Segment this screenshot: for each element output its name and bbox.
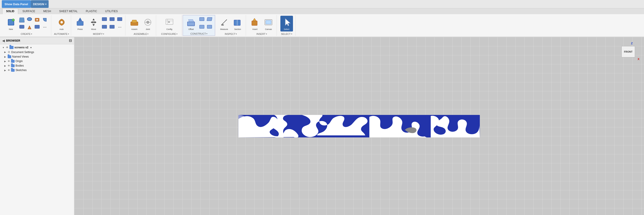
browser-collapse-button[interactable]: ◀ xyxy=(2,39,5,42)
tab-surface[interactable]: SURFACE xyxy=(19,8,39,14)
origin-arrow: ▶ xyxy=(4,60,7,63)
tab-solid[interactable]: SOLID xyxy=(2,8,18,14)
toolbar-ribbon: + New xyxy=(0,14,644,37)
assemble-arrow: ▾ xyxy=(148,33,148,35)
chamfer-icon xyxy=(110,17,114,21)
model-svg xyxy=(226,115,492,138)
midplane-button[interactable] xyxy=(198,16,206,24)
tab-plastic[interactable]: PLASTIC xyxy=(82,8,101,14)
revolve-button[interactable] xyxy=(26,16,33,24)
svg-point-5 xyxy=(93,21,94,23)
more-modify-button[interactable]: ⋯ xyxy=(116,24,123,31)
tree-item-named-views[interactable]: ▶ Named Views xyxy=(0,54,74,59)
main-area: ◀ BROWSER ⊟ ▼ 👁 screens v2 ● ▶ ⚙ Documen… xyxy=(0,37,644,215)
tab-sheet-metal[interactable]: SHEET METAL xyxy=(55,8,82,14)
origin-eye-icon: 👁 xyxy=(8,60,10,62)
offset-plane-button[interactable]: Offset xyxy=(185,16,197,32)
tree-item-document-settings[interactable]: ▶ ⚙ Document Settings xyxy=(0,50,74,54)
tree-item-origin[interactable]: ▶ 👁 Origin xyxy=(0,59,74,64)
canvas-button[interactable]: Canvas xyxy=(262,16,275,32)
named-views-label: Named Views xyxy=(12,55,29,58)
assemble-icons: Assem Joint xyxy=(128,16,154,32)
revolve-icon xyxy=(27,17,32,21)
tree-item-root[interactable]: ▼ 👁 screens v2 ● xyxy=(0,45,74,50)
tab-mesh[interactable]: MESH xyxy=(40,8,55,14)
create-label: CREATE ▾ xyxy=(21,32,32,35)
ribbon-group-modify: Press Move xyxy=(72,15,125,36)
tab-utilities[interactable]: UTILITIES xyxy=(101,8,122,14)
hole-button[interactable] xyxy=(34,16,41,24)
more-create-button[interactable]: ⋯ xyxy=(41,24,48,31)
insert-icon xyxy=(250,17,260,28)
view-cube[interactable]: Z FRONT X xyxy=(619,42,640,62)
loft-button[interactable] xyxy=(26,24,33,31)
create-new-component-button[interactable]: + New xyxy=(5,16,17,32)
sketches-arrow: ▶ xyxy=(4,68,7,72)
viewport[interactable]: Z FRONT X xyxy=(74,37,644,215)
fillet-button[interactable] xyxy=(41,16,48,24)
configure-button[interactable]: Config xyxy=(163,16,176,32)
browser-options-button[interactable]: ⊟ xyxy=(69,38,72,43)
canvas-icon xyxy=(264,17,273,28)
offset-plane-icon xyxy=(186,17,196,28)
create-arrow: ▾ xyxy=(31,33,32,35)
midplane-icon xyxy=(199,17,204,21)
shell-button[interactable] xyxy=(116,16,123,24)
press-pull-button[interactable]: Press xyxy=(74,16,86,32)
browser-content: ▼ 👁 screens v2 ● ▶ ⚙ Document Settings ▶ xyxy=(0,44,74,215)
scale-button[interactable] xyxy=(101,24,108,31)
move-button[interactable]: Move xyxy=(87,16,100,32)
axis-icon xyxy=(199,25,204,28)
automate-button[interactable]: Auto xyxy=(55,16,68,32)
create-icons: + New xyxy=(5,16,48,32)
chamfer-button[interactable] xyxy=(108,16,116,24)
axis-button[interactable] xyxy=(198,24,206,31)
ribbon-group-select: Select SELECT ▾ xyxy=(278,15,296,36)
create-btn-text: New xyxy=(9,28,13,30)
rib-button[interactable] xyxy=(34,24,41,31)
svg-rect-20 xyxy=(252,21,257,26)
plane-angle-icon xyxy=(207,17,212,21)
cube-face-front[interactable]: FRONT xyxy=(622,46,635,57)
named-views-arrow: ▶ xyxy=(4,55,7,58)
sweep-icon xyxy=(19,25,24,28)
inspect-arrow: ▾ xyxy=(236,33,237,35)
extrude-button[interactable] xyxy=(18,16,26,24)
automate-icons: Auto xyxy=(55,16,68,32)
ribbon-group-automate: Auto AUTOMATE ▾ xyxy=(52,15,71,36)
cube-front-label: FRONT xyxy=(624,50,632,53)
plane-at-angle-button[interactable] xyxy=(206,16,213,24)
model-area xyxy=(226,115,492,138)
construct-arrow: ▾ xyxy=(206,32,208,35)
svg-marker-21 xyxy=(253,18,256,21)
fillet-modify-button[interactable] xyxy=(101,16,108,24)
tree-item-sketches[interactable]: ▶ 👁 Sketches xyxy=(0,68,74,72)
modify-small-buttons: ⋯ xyxy=(101,16,123,31)
tree-item-bodies[interactable]: ▶ 👁 Bodies xyxy=(0,64,74,68)
modify-arrow: ▾ xyxy=(103,33,104,35)
point-button[interactable] xyxy=(206,24,213,31)
toolbar: Show Data Panel DESIGN ▾ SOLID SURFACE M… xyxy=(0,0,644,37)
sweep-button[interactable] xyxy=(18,24,26,31)
select-button[interactable]: Select xyxy=(280,16,293,32)
doc-settings-gear-icon: ⚙ xyxy=(8,50,10,54)
press-pull-icon xyxy=(76,17,84,28)
measure-button[interactable]: Measure xyxy=(218,16,230,32)
svg-point-2 xyxy=(60,21,63,24)
combine-icon xyxy=(110,25,114,28)
modify-label: MODIFY ▾ xyxy=(93,32,104,35)
browser-header: ◀ BROWSER ⊟ xyxy=(0,37,74,44)
section-analysis-button[interactable]: Section xyxy=(231,16,244,32)
create-small-buttons: ⋯ xyxy=(18,16,48,31)
show-data-panel-button[interactable]: Show Data Panel xyxy=(2,0,31,8)
ribbon-group-insert: Insert Canvas INSERT ▾ xyxy=(247,15,277,36)
select-arrow: ▾ xyxy=(291,33,292,35)
design-dropdown[interactable]: DESIGN ▾ xyxy=(31,0,48,8)
combine-button[interactable] xyxy=(108,24,116,31)
insert-derive-button[interactable]: Insert xyxy=(249,16,261,32)
configure-arrow: ▾ xyxy=(176,33,178,35)
joint-button[interactable]: Joint xyxy=(142,16,154,32)
root-document-name: screens v2 xyxy=(14,46,28,49)
assemble-button[interactable]: Assem xyxy=(128,16,141,32)
configure-icon xyxy=(165,17,174,28)
